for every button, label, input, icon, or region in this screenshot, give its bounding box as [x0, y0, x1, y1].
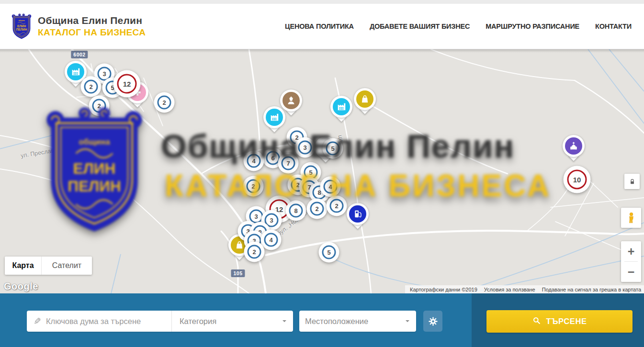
search-button-label: ТЪРСЕНЕ — [546, 317, 587, 326]
search-icon — [532, 316, 541, 327]
location-field: Местоположение — [299, 311, 416, 332]
map-cluster[interactable]: 2 — [307, 199, 328, 219]
category-select[interactable]: Категория — [172, 311, 293, 332]
map-cluster[interactable]: 10 — [564, 166, 591, 193]
map-attribution: Картографски данни ©2019 Условия за полз… — [405, 285, 644, 293]
map-pin-factory[interactable] — [263, 106, 285, 128]
map-markers: 3251222235647522784128223338342510 — [0, 49, 644, 293]
zoom-control: + − — [621, 241, 641, 282]
nav-item-kontakti[interactable]: КОНТАКТИ — [595, 22, 632, 30]
map-pin-factory[interactable] — [330, 96, 352, 118]
attribution-links: Условия за ползванеПодаване на сигнал за… — [484, 287, 641, 292]
zoom-in-button[interactable]: + — [621, 241, 641, 261]
map-type-control: Карта Сателит — [5, 257, 92, 275]
keyword-section: ✎ — [27, 311, 171, 332]
brand-logo[interactable]: община ЕЛИН ПЕЛИН Община Елин Пелин КАТА… — [11, 12, 146, 40]
main-nav: ЦЕНОВА ПОЛИТИКАДОБАВЕТЕ ВАШИЯТ БИЗНЕСМАР… — [285, 22, 632, 30]
map-cluster[interactable]: 2 — [81, 77, 102, 97]
map-cluster[interactable]: 4 — [320, 177, 341, 197]
attribution-link[interactable]: Подаване на сигнал за грешка в картата — [542, 287, 641, 292]
map-pin-bag[interactable] — [354, 88, 376, 110]
category-value: Категория — [180, 317, 216, 326]
attribution-link[interactable]: Условия за ползване — [484, 287, 535, 292]
location-value: Местоположение — [305, 317, 368, 326]
map-type-map-button[interactable]: Карта — [5, 257, 41, 275]
attribution-copyright: Картографски данни ©2019 — [410, 287, 477, 292]
map-canvas[interactable]: 6002105ул. Преславбул. „Новоселци 325122… — [0, 49, 644, 293]
map-cluster[interactable]: 8 — [286, 201, 306, 221]
map-cluster[interactable]: 3 — [295, 137, 316, 158]
map-cluster[interactable]: 4 — [261, 230, 282, 250]
municipality-crest-icon: община ЕЛИН ПЕЛИН — [11, 12, 33, 40]
gear-icon — [428, 316, 438, 326]
map-cluster[interactable]: 2 — [154, 92, 175, 113]
keyword-input[interactable] — [46, 311, 171, 332]
advanced-search-button[interactable] — [423, 311, 442, 332]
zoom-out-button[interactable]: − — [621, 262, 641, 282]
map-cluster[interactable]: 7 — [278, 153, 299, 174]
search-bar: ✎ Категория Местоположение ТЪРСЕНЕ — [0, 293, 644, 347]
map-cluster[interactable]: 2 — [89, 96, 110, 116]
nav-item-dobavete-biznes[interactable]: ДОБАВЕТЕ ВАШИЯТ БИЗНЕС — [370, 22, 470, 30]
site-subtitle: КАТАЛОГ НА БИЗНЕСА — [38, 27, 146, 38]
map-pin-fuel[interactable] — [347, 203, 369, 225]
pencil-icon: ✎ — [34, 316, 41, 327]
map-cluster[interactable]: 12 — [113, 70, 141, 98]
map-cluster[interactable]: 2 — [243, 176, 264, 197]
svg-text:ЕЛИН: ЕЛИН — [17, 24, 26, 28]
lock-button[interactable] — [624, 174, 640, 189]
search-button[interactable]: ТЪРСЕНЕ — [486, 310, 633, 333]
map-type-satellite-button[interactable]: Сателит — [41, 257, 92, 275]
header: община ЕЛИН ПЕЛИН Община Елин Пелин КАТА… — [0, 4, 644, 49]
nav-item-marshrutno-razpisanie[interactable]: МАРШРУТНО РАЗПИСАНИЕ — [486, 22, 579, 30]
svg-text:ПЕЛИН: ПЕЛИН — [16, 28, 27, 31]
svg-text:община: община — [18, 20, 24, 22]
chevron-down-icon — [406, 320, 409, 324]
pegman-button[interactable] — [621, 208, 641, 228]
map-pin-church[interactable] — [563, 135, 585, 157]
pegman-icon — [625, 212, 638, 224]
map-cluster[interactable]: 2 — [244, 242, 265, 262]
chevron-down-icon — [282, 320, 286, 324]
keyword-category-field: ✎ Категория — [27, 311, 293, 332]
map-cluster[interactable]: 5 — [319, 242, 339, 263]
google-logo[interactable]: Google — [4, 281, 38, 292]
location-select[interactable]: Местоположение — [299, 311, 416, 332]
map-cluster[interactable]: 2 — [327, 196, 347, 216]
site-title: Община Елин Пелин — [38, 15, 146, 26]
nav-item-cenova-politika[interactable]: ЦЕНОВА ПОЛИТИКА — [285, 22, 354, 30]
lock-icon — [629, 178, 636, 185]
map-cluster[interactable]: 4 — [244, 151, 264, 171]
map-cluster[interactable]: 5 — [323, 138, 343, 159]
